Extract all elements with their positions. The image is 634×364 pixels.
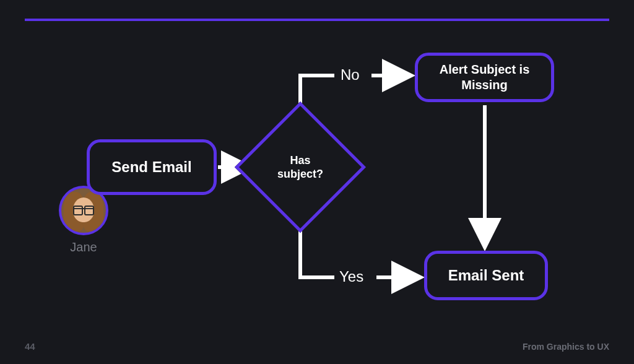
actor-name: Jane: [59, 240, 108, 254]
node-label: Email Sent: [448, 267, 524, 284]
edge-label-no: No: [341, 66, 360, 84]
node-label: Alert Subject is Missing: [424, 62, 545, 93]
node-email-sent: Email Sent: [424, 251, 548, 300]
node-alert-missing: Alert Subject is Missing: [415, 53, 554, 102]
flowchart-canvas: Jane Send Email Has subject? Alert Subje…: [0, 0, 634, 364]
node-send-email: Send Email: [87, 139, 217, 195]
footer-text: From Graphics to UX: [523, 342, 609, 352]
slide-number: 44: [25, 341, 35, 352]
edge-label-yes: Yes: [339, 268, 363, 285]
node-decision-has-subject: Has subject?: [254, 121, 347, 214]
node-label: Has subject?: [254, 121, 347, 214]
node-label: Send Email: [111, 158, 191, 176]
